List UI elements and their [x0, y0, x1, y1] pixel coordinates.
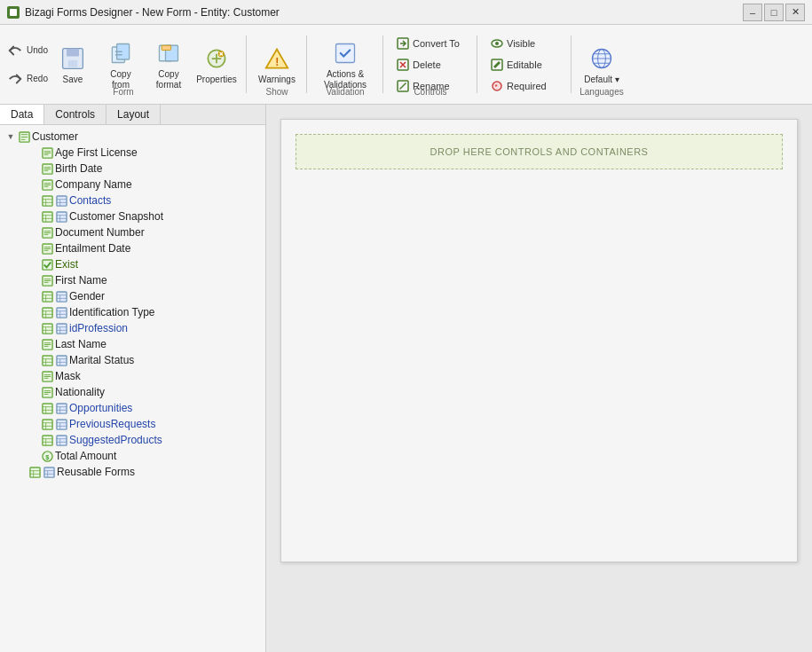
undo-label: Undo: [27, 45, 48, 56]
tree-root[interactable]: ▼ Customer: [4, 129, 262, 145]
list-item[interactable]: Contacts: [4, 192, 262, 208]
list-item[interactable]: Entailment Date: [4, 240, 262, 256]
tree-item-subicon: [55, 194, 67, 207]
tab-data[interactable]: Data: [0, 105, 44, 124]
svg-rect-3: [68, 59, 78, 67]
tree-item-label: Document Number: [55, 226, 145, 239]
save-label: Save: [63, 75, 83, 85]
svg-rect-117: [56, 403, 66, 412]
drop-zone[interactable]: DROP HERE CONTROLS AND CONTAINERS: [296, 134, 783, 169]
form-group-label: Form: [0, 87, 247, 97]
tree-item-label: Age First License: [55, 146, 138, 159]
window-controls[interactable]: – □ ✕: [743, 4, 805, 21]
list-item[interactable]: First Name: [4, 272, 262, 288]
editable-icon: [491, 59, 503, 71]
convert-to-label: Convert To: [413, 38, 460, 49]
tree-item-icon: [41, 434, 53, 446]
list-item[interactable]: PreviousRequests: [4, 416, 262, 432]
required-button[interactable]: * Required: [485, 76, 564, 96]
minimize-button[interactable]: –: [743, 4, 762, 21]
svg-rect-73: [56, 291, 66, 301]
properties-label: Properties: [196, 75, 237, 85]
warnings-button[interactable]: ! Warnings: [254, 38, 300, 91]
list-item[interactable]: Opportunities: [4, 400, 262, 416]
delete-icon: [397, 59, 409, 71]
root-icon: [18, 130, 30, 143]
svg-rect-48: [42, 211, 51, 221]
tab-layout[interactable]: Layout: [106, 105, 161, 124]
list-item[interactable]: Company Name: [4, 177, 262, 192]
form-canvas: DROP HERE CONTROLS AND CONTAINERS: [280, 119, 798, 562]
list-item[interactable]: Identification Type: [4, 304, 262, 320]
tree-item-icon: [41, 258, 53, 271]
toolbar-group-languages: Default ▾ Languages: [572, 28, 632, 100]
svg-rect-69: [42, 291, 51, 301]
list-item[interactable]: Mask: [4, 368, 262, 384]
svg-rect-44: [56, 195, 66, 205]
svg-rect-52: [56, 211, 66, 221]
tree-item-label: Customer Snapshot: [69, 210, 163, 223]
copy-format-button[interactable]: Copy format: [146, 35, 192, 95]
root-label: Customer: [32, 130, 78, 143]
actions-validations-button[interactable]: Actions & Validations: [314, 35, 376, 95]
maximize-button[interactable]: □: [764, 4, 784, 21]
list-item[interactable]: Age First License: [4, 145, 262, 161]
properties-button[interactable]: Properties: [193, 38, 240, 91]
svg-rect-143: [43, 467, 53, 476]
svg-rect-77: [42, 307, 51, 317]
toolbar-group-controls: Convert To Delete Rename Controls: [383, 28, 477, 100]
list-item[interactable]: Birth Date: [4, 161, 262, 177]
tree-item-icon: [41, 354, 53, 366]
tree-item-subicon: [55, 210, 67, 223]
tree-item-icon: [41, 242, 53, 255]
controls-group-label: Controls: [383, 87, 477, 97]
tree-item-label: Opportunities: [69, 402, 132, 414]
tree-item-icon: [41, 370, 53, 382]
list-item[interactable]: $Total Amount: [4, 448, 262, 464]
root-expander[interactable]: ▼: [5, 131, 16, 142]
svg-rect-113: [42, 403, 51, 412]
save-button[interactable]: Save: [50, 38, 96, 91]
default-lang-button[interactable]: Default ▾: [579, 38, 625, 91]
list-item[interactable]: Customer Snapshot: [4, 208, 262, 224]
toolbar: Undo Redo Save: [0, 25, 812, 105]
copy-from-button[interactable]: Copy from: [98, 35, 144, 95]
tab-controls[interactable]: Controls: [44, 105, 106, 124]
tree-item-subicon: [55, 306, 67, 318]
svg-point-18: [495, 42, 499, 45]
svg-rect-64: [42, 259, 51, 269]
list-item[interactable]: Marital Status: [4, 352, 262, 368]
list-item[interactable]: idProfession: [4, 320, 262, 336]
tree-item-subicon: [55, 354, 67, 366]
list-item[interactable]: Reusable Forms: [4, 464, 262, 480]
svg-rect-121: [42, 419, 51, 428]
tree-item-icon: [41, 306, 53, 318]
tree-item-label: Marital Status: [69, 354, 134, 366]
editable-button[interactable]: Editable: [485, 55, 564, 75]
tree-item-label: idProfession: [69, 322, 128, 334]
convert-to-button[interactable]: Convert To: [390, 34, 470, 53]
list-item[interactable]: Last Name: [4, 336, 262, 352]
tree-item-icon: [41, 162, 53, 175]
tree-item-subicon: [55, 434, 67, 446]
tree-item-subicon: [55, 402, 67, 414]
close-button[interactable]: ✕: [785, 4, 805, 21]
svg-rect-97: [42, 355, 51, 365]
redo-label: Redo: [27, 74, 48, 84]
svg-rect-139: [29, 467, 39, 476]
list-item[interactable]: Gender: [4, 288, 262, 304]
toolbar-group-show: ! Warnings Show: [247, 28, 307, 100]
visible-button[interactable]: Visible: [485, 34, 564, 53]
tree-item-label: Exist: [55, 258, 78, 271]
tree-item-icon: [41, 322, 53, 334]
delete-button[interactable]: Delete: [390, 55, 470, 75]
svg-rect-40: [42, 195, 51, 205]
undo-button[interactable]: Undo: [7, 37, 48, 64]
list-item[interactable]: Nationality: [4, 384, 262, 400]
tree-item-icon: [41, 290, 53, 302]
list-item[interactable]: Exist: [4, 256, 262, 272]
tree-panel: ▼ Customer Age First LicenseBirth DateCo…: [0, 125, 265, 652]
list-item[interactable]: Document Number: [4, 224, 262, 240]
list-item[interactable]: SuggestedProducts: [4, 432, 262, 448]
svg-rect-125: [56, 419, 66, 428]
